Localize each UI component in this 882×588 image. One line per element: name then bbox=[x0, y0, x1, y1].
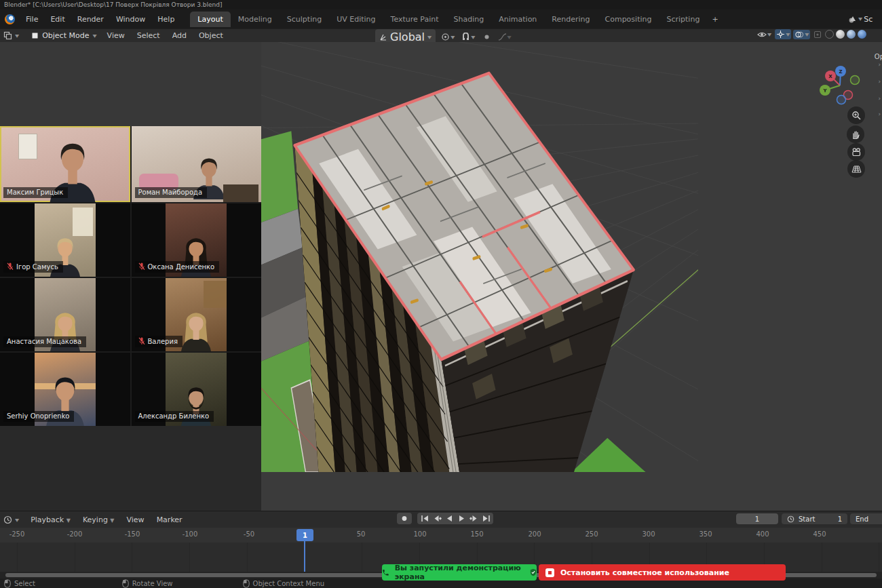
jump-to-start-button[interactable] bbox=[419, 513, 431, 524]
menu-marker[interactable]: Marker bbox=[151, 514, 189, 526]
chevron-down-icon[interactable]: ▼ bbox=[15, 33, 19, 38]
sidebar-collapse-icon[interactable]: › bbox=[878, 111, 881, 117]
menu-object[interactable]: Object bbox=[193, 30, 229, 41]
menu-select[interactable]: Select bbox=[131, 30, 166, 41]
proportional-falloff-dropdown[interactable]: ▼ bbox=[497, 32, 513, 42]
pan-tool-button[interactable] bbox=[847, 125, 864, 143]
play-reverse-button[interactable] bbox=[443, 513, 455, 524]
shield-icon[interactable] bbox=[530, 568, 537, 577]
video-tile-oksana[interactable]: Оксана Денисенко bbox=[132, 203, 262, 277]
frame-start-field[interactable]: Start 1 bbox=[782, 513, 847, 524]
ruler-tick: -100 bbox=[183, 530, 198, 538]
menu-playback[interactable]: Playback ▼ bbox=[24, 514, 77, 526]
scene-selector[interactable]: ▼ Sc bbox=[848, 9, 882, 28]
chevron-down-icon: ▼ bbox=[858, 16, 862, 21]
chevron-down-icon[interactable]: ▼ bbox=[15, 517, 19, 522]
tab-modeling[interactable]: Modeling bbox=[231, 12, 280, 27]
prev-keyframe-button[interactable] bbox=[431, 513, 443, 524]
shading-solid-button[interactable] bbox=[836, 30, 845, 39]
visibility-dropdown[interactable]: ▼ bbox=[756, 30, 773, 39]
zoom-tool-button[interactable] bbox=[847, 106, 865, 124]
video-tile-aleksandr[interactable]: Александр Биленко bbox=[132, 353, 262, 426]
tab-compositing[interactable]: Compositing bbox=[598, 12, 659, 27]
shading-material-button[interactable] bbox=[847, 30, 856, 39]
participant-name-tag: Оксана Денисенко bbox=[135, 261, 220, 273]
autokey-toggle[interactable] bbox=[397, 513, 412, 524]
menu-add[interactable]: Add bbox=[166, 30, 193, 41]
shading-rendered-button[interactable] bbox=[858, 30, 866, 39]
video-tile-roman[interactable]: Роман Майборода bbox=[132, 126, 262, 202]
menu-edit[interactable]: Edit bbox=[44, 12, 71, 26]
playhead[interactable]: 1 bbox=[296, 529, 313, 541]
sidebar-collapse-icon[interactable]: › bbox=[878, 95, 881, 102]
toggle-xray[interactable] bbox=[812, 30, 823, 39]
menu-file[interactable]: File bbox=[20, 12, 44, 26]
show-overlays-toggle[interactable]: ▼ bbox=[793, 30, 810, 39]
tab-animation[interactable]: Animation bbox=[491, 12, 544, 27]
sidebar-collapse-icon[interactable]: › bbox=[878, 61, 881, 68]
show-gizmo-toggle[interactable]: ▼ bbox=[775, 29, 791, 39]
frame-end-field[interactable]: End bbox=[850, 513, 882, 524]
options-dropdown[interactable]: Op bbox=[875, 53, 882, 60]
editor-type-icon[interactable] bbox=[3, 31, 12, 40]
viewport-3d[interactable]: Z X Y bbox=[261, 42, 882, 511]
current-frame-field[interactable]: 1 bbox=[736, 513, 778, 524]
menu-keying[interactable]: Keying ▼ bbox=[77, 514, 121, 526]
jump-to-end-button[interactable] bbox=[480, 513, 492, 524]
ruler-tick: 250 bbox=[585, 530, 598, 538]
record-dot-icon bbox=[400, 514, 409, 523]
shading-wireframe-button[interactable] bbox=[825, 30, 834, 39]
menu-render[interactable]: Render bbox=[71, 12, 110, 26]
snap-toggle[interactable]: ▼ bbox=[460, 32, 476, 42]
blender-logo-icon[interactable] bbox=[5, 14, 15, 24]
tab-sculpting[interactable]: Sculpting bbox=[280, 12, 329, 27]
call-panel-filler bbox=[0, 426, 261, 511]
play-button[interactable] bbox=[455, 513, 467, 524]
video-tile-serhiy[interactable]: Serhiy Onoprienko bbox=[0, 353, 130, 426]
tab-texture-paint[interactable]: Texture Paint bbox=[383, 12, 446, 27]
tab-shading[interactable]: Shading bbox=[446, 12, 492, 27]
viewport-display-controls: ▼ ▼ ▼ bbox=[756, 29, 882, 39]
screen-share-banner: Вы запустили демонстрацию экрана bbox=[382, 564, 537, 581]
proportional-dot-icon bbox=[482, 33, 491, 41]
tab-scripting[interactable]: Scripting bbox=[659, 12, 707, 27]
clock-icon[interactable] bbox=[3, 515, 12, 524]
navigation-gizmo[interactable]: Z X Y bbox=[816, 62, 864, 109]
axis-y-neg-handle[interactable] bbox=[851, 76, 860, 85]
sidebar-collapse-icon[interactable]: › bbox=[878, 78, 881, 85]
participant-name-tag: Александр Биленко bbox=[135, 411, 214, 422]
mic-muted-icon bbox=[7, 262, 14, 271]
window-title-bar[interactable]: Blender* [C:\Users\User\Desktop\17 Повер… bbox=[0, 0, 882, 9]
video-tile-maksym[interactable]: Максим Грицык bbox=[0, 126, 130, 202]
stop-share-button[interactable]: Остановить совместное использование bbox=[539, 564, 786, 581]
toggle-perspective-button[interactable] bbox=[847, 160, 865, 178]
add-workspace-button[interactable]: + bbox=[707, 12, 723, 27]
chevron-down-icon: ▼ bbox=[805, 32, 809, 37]
next-keyframe-button[interactable] bbox=[467, 513, 480, 524]
tab-uv-editing[interactable]: UV Editing bbox=[329, 12, 383, 27]
scene-name: Sc bbox=[864, 15, 873, 24]
axis-z-neg-handle[interactable] bbox=[837, 96, 846, 104]
video-tile-ihor[interactable]: Ігор Самусь bbox=[0, 203, 130, 277]
camera-view-button[interactable] bbox=[847, 143, 865, 161]
mic-muted-icon bbox=[138, 262, 145, 271]
tab-layout[interactable]: Layout bbox=[190, 12, 230, 27]
mode-label: Object Mode bbox=[42, 31, 89, 40]
menu-timeline-view[interactable]: View bbox=[121, 514, 151, 526]
tab-rendering[interactable]: Rendering bbox=[544, 12, 597, 27]
object-mode-icon bbox=[31, 32, 39, 39]
mouse-lmb-icon bbox=[4, 579, 11, 588]
snap-magnet-icon bbox=[461, 33, 470, 41]
video-tile-anastasia[interactable]: Анастасия Мацакова bbox=[0, 278, 130, 351]
chevron-down-icon[interactable]: ▼ bbox=[471, 35, 475, 39]
mode-selector[interactable]: Object Mode ▼ bbox=[27, 30, 100, 41]
timeline-ruler[interactable]: -250 -200 -150 -100 -50 50 100 150 200 2… bbox=[0, 528, 882, 543]
menu-window[interactable]: Window bbox=[110, 12, 151, 26]
menu-help[interactable]: Help bbox=[151, 12, 180, 26]
menu-view[interactable]: View bbox=[101, 30, 131, 41]
proportional-editing-toggle[interactable] bbox=[481, 32, 493, 42]
pivot-icon bbox=[441, 33, 450, 41]
chevron-down-icon: ▼ bbox=[767, 32, 771, 37]
video-tile-valeria[interactable]: Валерия bbox=[132, 278, 262, 351]
pivot-point-dropdown[interactable]: ▼ bbox=[440, 32, 456, 42]
